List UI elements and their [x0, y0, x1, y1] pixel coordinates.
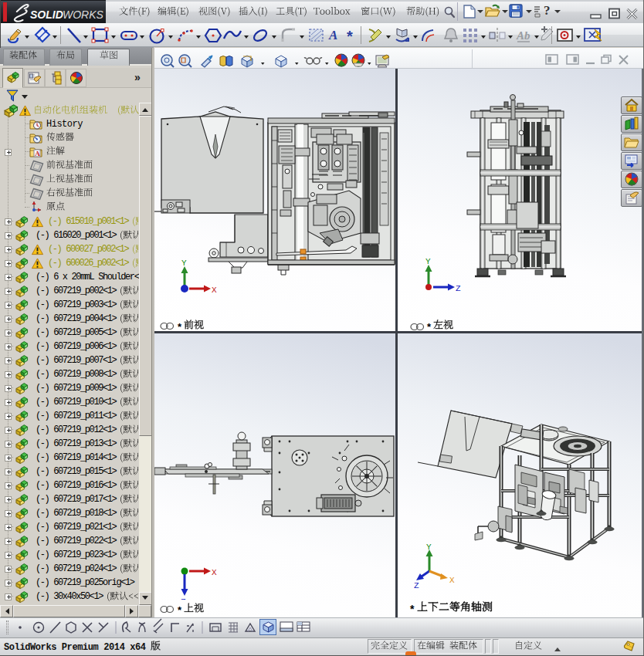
svg-text:Z: Z: [181, 597, 186, 600]
svg-text:Y: Y: [181, 259, 187, 268]
svg-text:Ab: Ab: [516, 29, 530, 42]
svg-text:Y: Y: [425, 257, 431, 266]
svg-text:X: X: [212, 286, 217, 295]
svg-text:A: A: [35, 150, 40, 157]
svg-text:WORKS: WORKS: [63, 8, 104, 21]
svg-text:Z: Z: [414, 581, 419, 588]
svg-text:X: X: [212, 568, 217, 577]
svg-text:Z: Z: [456, 284, 461, 293]
svg-text:SOLID: SOLID: [30, 8, 63, 21]
svg-text:X: X: [449, 576, 455, 585]
